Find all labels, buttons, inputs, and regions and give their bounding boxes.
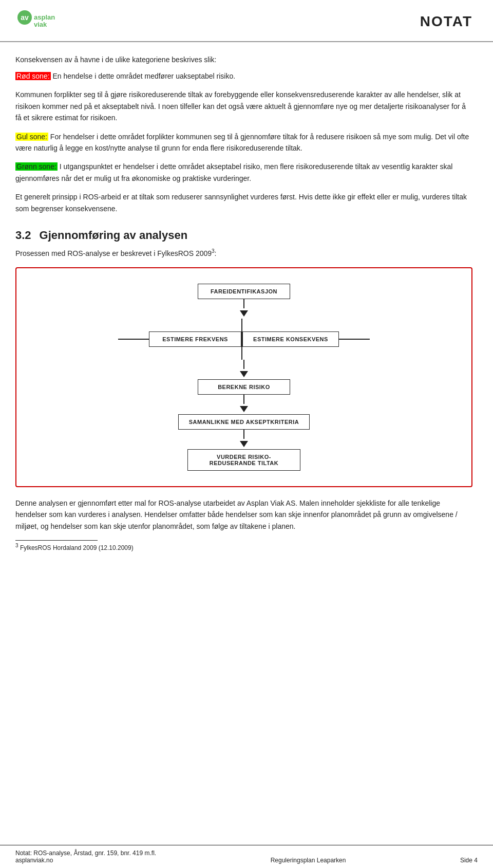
paragraph1: Kommunen forplikter seg til å gjøre risi… <box>15 89 472 123</box>
flow-arrow-1 <box>240 299 248 319</box>
rod-sone-paragraph: Rød sone: En hendelse i dette området me… <box>15 70 472 82</box>
rod-sone-text: En hendelse i dette området medfører uak… <box>51 72 236 80</box>
flow-arrow-2 <box>240 360 248 379</box>
page: av asplan viak NOTAT Konsekvensen av å h… <box>0 0 493 868</box>
flow-box-frekvens: ESTIMERE FREKVENS <box>149 331 241 347</box>
main-content: Konsekvensen av å havne i de ulike kateg… <box>0 42 493 845</box>
page-footer: Notat: ROS-analyse, Årstad, gnr. 159, bn… <box>0 845 493 868</box>
section-title: Gjennomføring av analysen <box>40 229 188 242</box>
section-number: 3.2 <box>15 229 31 242</box>
flow-box-vurdere-risiko: VURDERE RISIKO-REDUSERANDE TILTAK <box>187 449 300 471</box>
page-header: av asplan viak NOTAT <box>0 0 493 42</box>
gul-sone-text: For hendelser i dette området forplikter… <box>15 133 469 152</box>
flowchart: FAREIDENTIFIKASJON ESTIMERE FREKVENS <box>15 267 472 487</box>
flow-box-berekne-risiko: BEREKNE RISIKO <box>198 379 290 395</box>
flow-box-samanlikne: SAMANLIKNE MED AKSEPTKRITERIA <box>178 414 310 430</box>
svg-text:av: av <box>21 13 29 22</box>
document-type-label: NOTAT <box>420 9 472 30</box>
flow-split-row: ESTIMERE FREKVENS ESTIMERE KONSEKVENS <box>118 319 370 360</box>
footnote-text-content: FylkesROS Hordaland 2009 (12.10.2009) <box>20 544 134 551</box>
footer-plan-label: Reguleringsplan Leaparken <box>271 857 346 864</box>
asplan-viak-logo: av asplan viak <box>15 9 82 36</box>
flow-box-6-text: VURDERE RISIKO-REDUSERANDE TILTAK <box>210 454 278 466</box>
footer-right: Side 4 <box>460 857 478 864</box>
footnote-number: 3 <box>15 543 18 548</box>
paragraph2: Et generelt prinsipp i ROS-arbeid er at … <box>15 191 472 214</box>
gul-sone-label: Gul sone: <box>15 133 48 141</box>
flow-box-konsekvens: ESTIMERE KONSEKVENS <box>242 331 339 347</box>
footnote-divider <box>15 540 98 541</box>
footer-center: Reguleringsplan Leaparken <box>271 856 346 864</box>
svg-text:viak: viak <box>34 21 47 28</box>
flow-arrow-3 <box>240 395 248 414</box>
rod-sone-label: Rød sone: <box>15 72 51 80</box>
footer-website: asplanviak.no <box>15 857 156 864</box>
logo-area: av asplan viak <box>15 9 82 36</box>
intro-text: Konsekvensen av å havne i de ulike kateg… <box>15 56 216 64</box>
footnote-section: 3 FylkesROS Hordaland 2009 (12.10.2009) <box>15 540 472 551</box>
footer-left: Notat: ROS-analyse, Årstad, gnr. 159, bn… <box>15 849 156 864</box>
flow-right-branch: ESTIMERE KONSEKVENS <box>242 331 370 347</box>
footer-notat-label: Notat: ROS-analyse, Årstad, gnr. 159, bn… <box>15 849 156 857</box>
section-intro: Prosessen med ROS-analyse er beskrevet i… <box>15 247 472 259</box>
gronn-sone-text: I utgangspunktet er hendelser i dette om… <box>15 162 452 182</box>
section-intro-end: : <box>215 249 217 257</box>
gul-sone-paragraph: Gul sone: For hendelser i dette området … <box>15 131 472 154</box>
flow-left-branch: ESTIMERE FREKVENS <box>118 331 241 347</box>
svg-text:asplan: asplan <box>34 13 55 21</box>
flow-arrow-4 <box>240 430 248 449</box>
footnote: 3 FylkesROS Hordaland 2009 (12.10.2009) <box>15 543 472 551</box>
intro-paragraph: Konsekvensen av å havne i de ulike kateg… <box>15 54 472 65</box>
paragraph3: Denne analysen er gjennomført etter mal … <box>15 497 472 532</box>
gronn-sone-label: Grønn sone: <box>15 162 58 171</box>
gronn-sone-paragraph: Grønn sone: I utgangspunktet er hendelse… <box>15 161 472 184</box>
section-intro-text: Prosessen med ROS-analyse er beskrevet i… <box>15 249 212 257</box>
flow-box-fareidentifikasjon: FAREIDENTIFIKASJON <box>198 284 290 299</box>
section-heading: 3.2 Gjennomføring av analysen <box>15 229 472 242</box>
footer-page-label: Side 4 <box>460 857 478 864</box>
